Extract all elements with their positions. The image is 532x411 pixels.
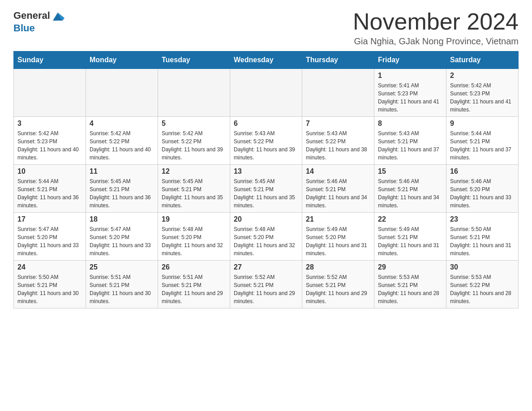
calendar-header-monday: Monday — [86, 51, 158, 69]
calendar-cell: 19Sunrise: 5:48 AMSunset: 5:20 PMDayligh… — [158, 213, 230, 261]
day-number: 16 — [450, 167, 515, 176]
calendar-cell: 18Sunrise: 5:47 AMSunset: 5:20 PMDayligh… — [86, 213, 158, 261]
day-info: Sunrise: 5:42 AMSunset: 5:22 PMDaylight:… — [162, 129, 226, 162]
calendar-cell: 15Sunrise: 5:46 AMSunset: 5:21 PMDayligh… — [374, 165, 446, 213]
day-info: Sunrise: 5:53 AMSunset: 5:21 PMDaylight:… — [378, 273, 442, 305]
calendar-cell: 12Sunrise: 5:45 AMSunset: 5:21 PMDayligh… — [158, 165, 230, 213]
day-number: 24 — [17, 263, 82, 271]
day-number: 12 — [162, 167, 226, 176]
calendar-cell — [230, 69, 302, 117]
calendar-cell: 13Sunrise: 5:45 AMSunset: 5:21 PMDayligh… — [230, 165, 302, 213]
calendar-cell: 24Sunrise: 5:50 AMSunset: 5:21 PMDayligh… — [14, 261, 86, 308]
day-number: 27 — [234, 263, 298, 271]
calendar-week-row: 1Sunrise: 5:41 AMSunset: 5:23 PMDaylight… — [14, 69, 519, 117]
day-info: Sunrise: 5:49 AMSunset: 5:20 PMDaylight:… — [306, 225, 370, 257]
title-block: November 2024 Gia Nghia, GJak Nong Provi… — [353, 9, 519, 47]
day-number: 25 — [90, 263, 154, 271]
day-number: 5 — [162, 120, 226, 128]
day-number: 22 — [378, 215, 442, 223]
location-title: Gia Nghia, GJak Nong Province, Vietnam — [353, 36, 519, 47]
calendar-cell: 25Sunrise: 5:51 AMSunset: 5:21 PMDayligh… — [86, 261, 158, 308]
day-number: 8 — [378, 120, 442, 128]
calendar-cell: 22Sunrise: 5:49 AMSunset: 5:21 PMDayligh… — [374, 213, 446, 261]
day-number: 1 — [378, 72, 442, 80]
month-title: November 2024 — [353, 9, 519, 34]
calendar-cell: 11Sunrise: 5:45 AMSunset: 5:21 PMDayligh… — [86, 165, 158, 213]
calendar-header-saturday: Saturday — [446, 51, 519, 69]
day-number: 26 — [162, 263, 226, 271]
calendar-cell — [14, 69, 86, 117]
calendar-cell: 21Sunrise: 5:49 AMSunset: 5:20 PMDayligh… — [302, 213, 374, 261]
calendar-header-tuesday: Tuesday — [158, 51, 230, 69]
calendar-cell: 7Sunrise: 5:43 AMSunset: 5:22 PMDaylight… — [302, 117, 374, 165]
calendar-cell: 30Sunrise: 5:53 AMSunset: 5:22 PMDayligh… — [446, 261, 519, 308]
calendar-cell — [86, 69, 158, 117]
day-number: 18 — [90, 215, 154, 223]
day-info: Sunrise: 5:42 AMSunset: 5:22 PMDaylight:… — [90, 129, 154, 162]
calendar-header-sunday: Sunday — [14, 51, 86, 69]
day-info: Sunrise: 5:46 AMSunset: 5:21 PMDaylight:… — [306, 177, 370, 210]
day-info: Sunrise: 5:43 AMSunset: 5:22 PMDaylight:… — [306, 129, 370, 162]
day-number: 29 — [378, 263, 442, 271]
calendar-header-wednesday: Wednesday — [230, 51, 302, 69]
day-number: 23 — [450, 215, 515, 223]
day-number: 15 — [378, 167, 442, 176]
day-info: Sunrise: 5:52 AMSunset: 5:21 PMDaylight:… — [306, 273, 370, 305]
calendar-cell: 5Sunrise: 5:42 AMSunset: 5:22 PMDaylight… — [158, 117, 230, 165]
page-header: General Blue November 2024 Gia Nghia, GJ… — [13, 9, 519, 47]
day-info: Sunrise: 5:46 AMSunset: 5:21 PMDaylight:… — [378, 177, 442, 210]
day-info: Sunrise: 5:53 AMSunset: 5:22 PMDaylight:… — [450, 273, 515, 305]
calendar-cell: 8Sunrise: 5:43 AMSunset: 5:21 PMDaylight… — [374, 117, 446, 165]
day-info: Sunrise: 5:48 AMSunset: 5:20 PMDaylight:… — [234, 225, 298, 257]
day-info: Sunrise: 5:43 AMSunset: 5:21 PMDaylight:… — [378, 129, 442, 162]
day-info: Sunrise: 5:49 AMSunset: 5:21 PMDaylight:… — [378, 225, 442, 257]
calendar-cell: 28Sunrise: 5:52 AMSunset: 5:21 PMDayligh… — [302, 261, 374, 308]
day-info: Sunrise: 5:51 AMSunset: 5:21 PMDaylight:… — [90, 273, 154, 305]
calendar-cell — [302, 69, 374, 117]
calendar-cell: 1Sunrise: 5:41 AMSunset: 5:23 PMDaylight… — [374, 69, 446, 117]
day-number: 9 — [450, 120, 515, 128]
day-number: 14 — [306, 167, 370, 176]
calendar-cell: 14Sunrise: 5:46 AMSunset: 5:21 PMDayligh… — [302, 165, 374, 213]
calendar-header-friday: Friday — [374, 51, 446, 69]
calendar-week-row: 3Sunrise: 5:42 AMSunset: 5:23 PMDaylight… — [14, 117, 519, 165]
calendar-week-row: 24Sunrise: 5:50 AMSunset: 5:21 PMDayligh… — [14, 261, 519, 308]
day-number: 20 — [234, 215, 298, 223]
calendar-cell: 16Sunrise: 5:46 AMSunset: 5:20 PMDayligh… — [446, 165, 519, 213]
day-number: 17 — [17, 215, 82, 223]
calendar-cell: 23Sunrise: 5:50 AMSunset: 5:21 PMDayligh… — [446, 213, 519, 261]
day-info: Sunrise: 5:42 AMSunset: 5:23 PMDaylight:… — [17, 129, 82, 162]
day-number: 7 — [306, 120, 370, 128]
calendar-week-row: 17Sunrise: 5:47 AMSunset: 5:20 PMDayligh… — [14, 213, 519, 261]
calendar-cell: 17Sunrise: 5:47 AMSunset: 5:20 PMDayligh… — [14, 213, 86, 261]
day-number: 10 — [17, 167, 82, 176]
logo-icon — [51, 9, 64, 22]
day-number: 21 — [306, 215, 370, 223]
calendar-cell: 26Sunrise: 5:51 AMSunset: 5:21 PMDayligh… — [158, 261, 230, 308]
day-number: 19 — [162, 215, 226, 223]
day-info: Sunrise: 5:50 AMSunset: 5:21 PMDaylight:… — [17, 273, 82, 305]
day-info: Sunrise: 5:44 AMSunset: 5:21 PMDaylight:… — [17, 177, 82, 210]
day-number: 11 — [90, 167, 154, 176]
day-number: 3 — [17, 120, 82, 128]
day-number: 13 — [234, 167, 298, 176]
day-info: Sunrise: 5:41 AMSunset: 5:23 PMDaylight:… — [378, 81, 442, 114]
day-info: Sunrise: 5:45 AMSunset: 5:21 PMDaylight:… — [234, 177, 298, 210]
day-info: Sunrise: 5:44 AMSunset: 5:21 PMDaylight:… — [450, 129, 515, 162]
day-info: Sunrise: 5:47 AMSunset: 5:20 PMDaylight:… — [17, 225, 82, 257]
day-info: Sunrise: 5:42 AMSunset: 5:23 PMDaylight:… — [450, 81, 515, 114]
calendar-cell: 3Sunrise: 5:42 AMSunset: 5:23 PMDaylight… — [14, 117, 86, 165]
calendar-week-row: 10Sunrise: 5:44 AMSunset: 5:21 PMDayligh… — [14, 165, 519, 213]
day-info: Sunrise: 5:50 AMSunset: 5:21 PMDaylight:… — [450, 225, 515, 257]
logo-blue-text: Blue — [13, 22, 35, 34]
day-info: Sunrise: 5:46 AMSunset: 5:20 PMDaylight:… — [450, 177, 515, 210]
day-number: 4 — [90, 120, 154, 128]
calendar-cell — [158, 69, 230, 117]
day-info: Sunrise: 5:43 AMSunset: 5:22 PMDaylight:… — [234, 129, 298, 162]
day-info: Sunrise: 5:48 AMSunset: 5:20 PMDaylight:… — [162, 225, 226, 257]
calendar-header-row: SundayMondayTuesdayWednesdayThursdayFrid… — [14, 51, 519, 69]
calendar-cell: 9Sunrise: 5:44 AMSunset: 5:21 PMDaylight… — [446, 117, 519, 165]
day-info: Sunrise: 5:45 AMSunset: 5:21 PMDaylight:… — [90, 177, 154, 210]
calendar-cell: 6Sunrise: 5:43 AMSunset: 5:22 PMDaylight… — [230, 117, 302, 165]
calendar-cell: 27Sunrise: 5:52 AMSunset: 5:21 PMDayligh… — [230, 261, 302, 308]
